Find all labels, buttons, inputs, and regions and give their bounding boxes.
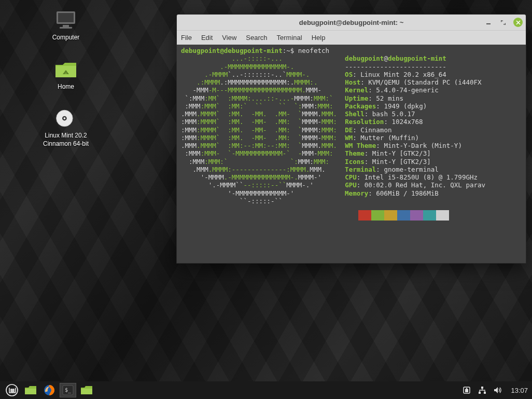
terminal-window: debugpoint@debugpoint-mint: ~ File Edit … xyxy=(176,14,526,264)
svg-rect-3 xyxy=(60,27,72,29)
tray-sound-icon[interactable] xyxy=(493,386,502,395)
disc-icon xyxy=(53,107,78,129)
taskbar-terminal[interactable]: $_ xyxy=(60,383,76,397)
desktop-icon-label: Linux Mint 20.2 Cinnamon 64-bit xyxy=(43,132,89,148)
svg-point-8 xyxy=(63,117,65,119)
svg-rect-15 xyxy=(465,389,468,392)
window-close-button[interactable] xyxy=(513,18,523,27)
desktop-icon-computer[interactable]: Computer xyxy=(37,9,94,42)
svg-rect-1 xyxy=(58,13,74,22)
svg-rect-16 xyxy=(481,387,483,389)
menu-file[interactable]: File xyxy=(181,34,192,42)
home-folder-icon xyxy=(53,59,78,80)
window-controls xyxy=(484,18,523,27)
window-title: debugpoint@debugpoint-mint: ~ xyxy=(177,19,526,26)
menu-help[interactable]: Help xyxy=(312,34,326,42)
window-titlebar[interactable]: debugpoint@debugpoint-mint: ~ xyxy=(177,15,526,30)
desktop-icon-label: Computer xyxy=(52,34,80,42)
panel-clock[interactable]: 13:07 xyxy=(511,387,528,394)
computer-icon xyxy=(53,9,78,31)
taskbar-firefox[interactable] xyxy=(41,383,57,397)
window-maximize-button[interactable] xyxy=(499,18,507,26)
desktop-icons: Computer Home Linux Mint 20.2 Cinnamon 6… xyxy=(37,9,94,148)
taskbar-panel: $_ 13:07 xyxy=(0,381,532,399)
system-tray: 13:07 xyxy=(462,386,528,395)
window-menubar: File Edit View Search Terminal Help xyxy=(177,30,526,45)
svg-rect-9 xyxy=(486,23,491,24)
menu-view[interactable]: View xyxy=(222,34,236,42)
start-menu-button[interactable] xyxy=(4,382,20,398)
taskbar-files[interactable] xyxy=(23,383,38,397)
tray-updates-icon[interactable] xyxy=(462,386,471,395)
desktop-icon-home[interactable]: Home xyxy=(37,59,94,91)
desktop-icon-label: Home xyxy=(58,83,74,91)
neofetch-color-swatches xyxy=(345,210,522,221)
svg-text:$_: $_ xyxy=(65,387,72,393)
desktop-icon-iso[interactable]: Linux Mint 20.2 Cinnamon 64-bit xyxy=(37,107,94,148)
svg-rect-4 xyxy=(65,73,67,74)
menu-edit[interactable]: Edit xyxy=(201,34,213,42)
menu-terminal[interactable]: Terminal xyxy=(277,34,302,42)
terminal-output[interactable]: debugpoint@debugpoint-mint:~$ neofetch .… xyxy=(177,45,526,263)
tray-network-icon[interactable] xyxy=(478,386,487,395)
svg-rect-2 xyxy=(63,25,69,27)
svg-rect-18 xyxy=(484,392,486,394)
window-minimize-button[interactable] xyxy=(484,18,493,26)
svg-rect-17 xyxy=(479,392,481,394)
menu-search[interactable]: Search xyxy=(246,34,267,42)
taskbar-files-2[interactable] xyxy=(79,383,94,397)
